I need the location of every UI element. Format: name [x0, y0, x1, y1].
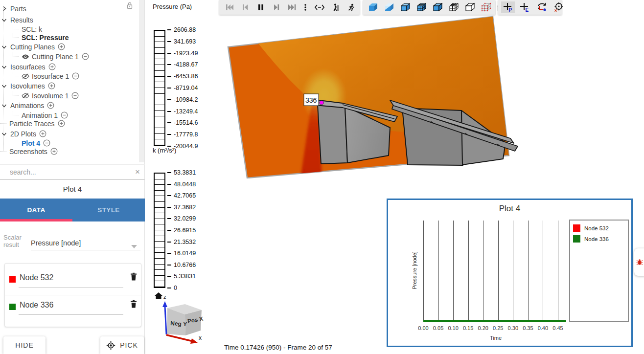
tree-item-parts[interactable]: Parts [0, 4, 26, 13]
remove-icon[interactable] [43, 139, 50, 147]
more-options-icon[interactable] [302, 3, 308, 12]
panel-title: Plot 4 [0, 182, 145, 197]
node-marker [320, 101, 324, 105]
svg-text:E: E [526, 7, 529, 13]
pick-button[interactable]: PICK [100, 336, 144, 354]
visibility-off-icon[interactable] [22, 73, 29, 79]
tree-stub [0, 119, 6, 124]
home-view-icon[interactable] [155, 292, 162, 299]
shaded-edges-cube-icon[interactable] [399, 2, 412, 13]
add-icon[interactable] [39, 130, 46, 137]
tree-item-isosurface-1[interactable]: Isosurface 1 [0, 71, 79, 81]
tree-elbow [13, 139, 19, 143]
tree-scrollbar[interactable] [139, 0, 144, 162]
search-box[interactable]: search... × [0, 164, 145, 180]
tab-style[interactable]: STYLE [72, 199, 145, 221]
walk-icon[interactable] [331, 3, 341, 12]
triad-z-axis [162, 301, 167, 334]
add-icon[interactable] [48, 63, 56, 70]
probe-node-list: Node 532 Node 336 [4, 263, 141, 327]
add-icon[interactable] [58, 120, 65, 127]
legend-k: k (m²/s²) 53.383148.044842.706537.368232… [153, 147, 176, 269]
model-tree: Parts Results SCL: k SCL: Pressure Cutti… [0, 0, 145, 162]
remove-icon[interactable] [61, 111, 68, 119]
hide-button[interactable]: HIDE [3, 336, 46, 354]
plot4-window[interactable]: Plot 4 Pressure [node] 0.000.050.100.150… [387, 199, 633, 347]
remove-icon[interactable] [71, 92, 79, 99]
clear-search-icon[interactable]: × [135, 167, 140, 177]
visibility-off-icon[interactable] [22, 93, 29, 99]
chevron-down-icon[interactable] [1, 65, 7, 69]
add-icon[interactable] [50, 148, 58, 155]
chevron-down-icon[interactable] [1, 18, 7, 22]
shaded-outline-cube-icon[interactable] [432, 2, 444, 13]
skip-to-end-icon[interactable] [287, 3, 298, 12]
chevron-down-icon[interactable] [1, 84, 7, 88]
plot-title: Plot 4 [388, 204, 631, 214]
probe-element-icon[interactable]: E [518, 1, 531, 13]
plot-legend: Node 532 Node 336 [569, 220, 629, 322]
lock-icon[interactable] [126, 1, 133, 11]
node-color-swatch-red [9, 276, 16, 283]
time-status: Time 0.17426 (950) - Frame 20 of 57 [224, 344, 332, 351]
shaded-highlight-cube-icon[interactable] [383, 2, 396, 13]
legend-item-node336: Node 336 [573, 235, 625, 243]
series-node336-line [423, 320, 566, 322]
tab-data[interactable]: DATA [0, 199, 72, 221]
node-color-swatch-green [9, 304, 16, 310]
add-icon[interactable] [58, 43, 65, 50]
step-forward-icon[interactable] [271, 3, 282, 12]
chevron-down-icon[interactable] [1, 103, 7, 108]
scalar-result-label: Scalar result [3, 234, 28, 248]
dropdown-caret-icon[interactable] [131, 245, 137, 248]
orientation-triad[interactable]: z Neg Y Pos X x [147, 289, 208, 353]
shaded-cube-icon[interactable] [367, 2, 380, 13]
tree-item-isosurfaces[interactable]: Isosurfaces [0, 62, 56, 71]
step-back-icon[interactable] [240, 3, 251, 12]
sidebar: Parts Results SCL: k SCL: Pressure Cutti… [0, 0, 145, 354]
skip-to-start-icon[interactable] [224, 3, 235, 12]
tree-item-screenshots[interactable]: Screenshots [0, 147, 58, 156]
probe-point-icon[interactable]: P [501, 1, 515, 13]
hidden-line-mesh-cube-icon[interactable] [448, 2, 460, 13]
visibility-on-icon[interactable] [22, 54, 29, 60]
add-icon[interactable] [48, 82, 55, 89]
pause-icon[interactable] [255, 3, 266, 12]
delete-icon[interactable] [130, 300, 137, 310]
shaded-mesh-cube-icon[interactable] [415, 2, 428, 13]
remove-icon[interactable] [72, 72, 79, 80]
trace-span-icon[interactable] [313, 3, 326, 12]
tree-item-results[interactable]: Results [0, 15, 33, 24]
tree-elbow [13, 111, 19, 115]
tree-item-2d-plots[interactable]: 2D Plots [0, 129, 46, 138]
flyout-handle[interactable] [634, 248, 644, 276]
node-row-336[interactable]: Node 336 [5, 297, 141, 320]
tree-item-animations[interactable]: Animations [0, 101, 54, 110]
tree-item-isovolumes[interactable]: Isovolumes [0, 81, 55, 90]
plot-ylabel: Pressure [node] [412, 221, 417, 319]
tree-item-scl-pressure[interactable]: SCL: Pressure [0, 33, 69, 42]
playback-toolbar [219, 0, 360, 15]
scalar-result-select[interactable]: Pressure [node] [31, 239, 81, 247]
delete-icon[interactable] [130, 272, 137, 283]
run-icon[interactable] [345, 3, 356, 12]
remove-icon[interactable] [82, 53, 89, 60]
tree-item-cutting-plane-1[interactable]: Cutting Plane 1 [0, 52, 89, 61]
rotate-center-icon[interactable] [534, 1, 549, 13]
tree-item-particle-traces[interactable]: Particle Traces [0, 119, 65, 128]
add-icon[interactable] [47, 102, 54, 109]
tree-item-cutting-planes[interactable]: Cutting Planes [0, 42, 65, 51]
wireframe-cube-icon[interactable] [464, 2, 477, 13]
node-label-flag: 336 [304, 94, 319, 106]
node-row-532[interactable]: Node 532 [5, 269, 141, 293]
chevron-right-icon[interactable] [1, 6, 7, 11]
k-colorbar [154, 173, 165, 288]
svg-text:P: P [509, 7, 512, 13]
center-of-rotation-icon[interactable] [552, 1, 566, 13]
chevron-down-icon[interactable] [1, 132, 7, 136]
legend-k-title: k (m²/s²) [153, 147, 176, 154]
chevron-down-icon[interactable] [1, 44, 7, 49]
bug-icon [636, 259, 643, 266]
tree-item-isovolume-1[interactable]: Isovolume 1 [0, 91, 79, 100]
mesh-points-cube-icon[interactable] [480, 2, 493, 13]
